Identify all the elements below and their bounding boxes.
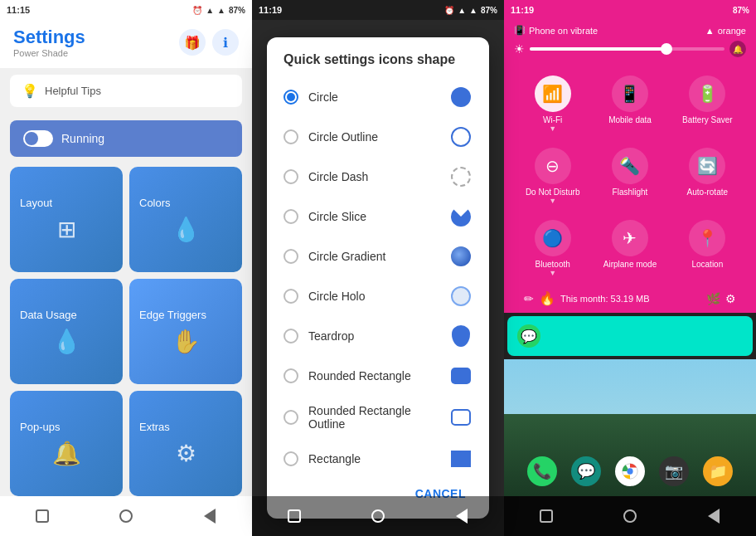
nav-back-button[interactable] bbox=[198, 504, 221, 528]
dock-files-icon[interactable]: 📁 bbox=[703, 456, 733, 486]
helpful-tips-label: Helpful Tips bbox=[45, 85, 101, 97]
qs-panel-body: 📳 Phone on vibrate ▲ orange ☀ 🔔 📶 Wi-Fi … bbox=[504, 20, 756, 313]
leaf-icon: 🌿 bbox=[706, 292, 720, 305]
dock-chrome-icon[interactable] bbox=[615, 456, 645, 486]
signal-bars-icon: ▲ bbox=[705, 26, 715, 36]
edge-triggers-icon: ✋ bbox=[172, 328, 201, 355]
colors-card[interactable]: Colors 💧 bbox=[129, 167, 242, 272]
qs-tile-mobile-data[interactable]: 📱 Mobile data bbox=[591, 67, 668, 139]
qs-tile-airplane[interactable]: ✈ Airplane mode bbox=[591, 212, 668, 284]
shape-preview-circle-slice bbox=[449, 205, 472, 228]
qs-tile-flashlight[interactable]: 🔦 Flashlight bbox=[591, 139, 668, 212]
popups-card[interactable]: Pop-ups 🔔 bbox=[10, 391, 123, 496]
nav-recents-button-qs[interactable] bbox=[535, 504, 558, 528]
nav-recents-button[interactable] bbox=[31, 504, 54, 528]
qs-tile-location[interactable]: 📍 Location bbox=[669, 212, 746, 284]
info-button[interactable]: ℹ bbox=[212, 29, 239, 56]
auto-rotate-tile-icon: 🔄 bbox=[689, 148, 725, 184]
dock-messages-icon[interactable]: 💬 bbox=[571, 456, 601, 486]
dialog-title: Quick settings icons shape bbox=[267, 37, 489, 77]
qs-tile-auto-rotate[interactable]: 🔄 Auto-rotate bbox=[669, 139, 746, 212]
flashlight-tile-label: Flashlight bbox=[613, 188, 648, 197]
nav-recents-icon-dialog bbox=[288, 509, 301, 523]
signal-icon-dialog: ▲ bbox=[469, 6, 477, 15]
shape-item-teardrop[interactable]: Teardrop bbox=[274, 316, 482, 356]
shape-label-circle-slice: Circle Slice bbox=[308, 210, 449, 223]
qs-brightness-bar[interactable] bbox=[530, 47, 724, 51]
status-bar-qs: 11:19 87% bbox=[504, 0, 756, 20]
shape-item-circle-slice[interactable]: Circle Slice bbox=[274, 197, 482, 236]
running-label: Running bbox=[61, 132, 104, 145]
qs-notification-icon[interactable]: 🔔 bbox=[729, 41, 746, 57]
nav-home-icon-qs bbox=[623, 509, 637, 523]
radio-rounded-rect[interactable] bbox=[284, 368, 298, 383]
running-toggle[interactable]: Running bbox=[10, 120, 242, 157]
extras-label: Extras bbox=[139, 421, 170, 433]
colors-label: Colors bbox=[139, 197, 171, 209]
nav-back-button-qs[interactable] bbox=[702, 504, 725, 528]
dialog-backdrop[interactable]: Quick settings icons shape Circle Circle… bbox=[252, 0, 504, 536]
dock-camera-icon[interactable]: 📷 bbox=[659, 456, 689, 486]
shape-item-circle-outline[interactable]: Circle Outline bbox=[274, 117, 482, 157]
shape-item-circle-gradient[interactable]: Circle Gradient bbox=[274, 236, 482, 276]
gift-button[interactable]: 🎁 bbox=[179, 29, 206, 56]
dnd-tile-label: Do Not Disturb bbox=[526, 188, 580, 197]
wifi-tile-sublabel: ▼ bbox=[549, 124, 556, 133]
bluetooth-tile-sublabel: ▼ bbox=[549, 269, 556, 277]
shape-item-rounded-rect[interactable]: Rounded Rectangle bbox=[274, 356, 482, 396]
radio-circle-gradient[interactable] bbox=[284, 249, 298, 264]
qs-tile-battery-saver[interactable]: 🔋 Battery Saver bbox=[669, 67, 746, 139]
radio-teardrop[interactable] bbox=[284, 329, 298, 344]
nav-home-button[interactable] bbox=[114, 504, 138, 528]
shape-item-rounded-rect-outline[interactable]: Rounded Rectangle Outline bbox=[274, 396, 482, 439]
gear-icon[interactable]: ⚙ bbox=[725, 292, 736, 305]
nav-home-icon bbox=[119, 509, 133, 523]
radio-rect[interactable] bbox=[284, 451, 298, 466]
radio-circle-dash[interactable] bbox=[284, 169, 298, 184]
status-icons-settings: ⏰ ▲ ▲ 87% bbox=[192, 6, 245, 15]
dock-phone-icon[interactable]: 📞 bbox=[527, 456, 557, 486]
qs-brightness-thumb bbox=[661, 43, 672, 55]
shape-preview-teardrop bbox=[449, 324, 472, 348]
nav-home-button-dialog[interactable] bbox=[366, 504, 390, 528]
shape-item-circle-holo[interactable]: Circle Holo bbox=[274, 276, 482, 316]
nav-recents-button-dialog[interactable] bbox=[283, 504, 306, 528]
popups-label: Pop-ups bbox=[20, 421, 60, 433]
brightness-icon: ☀ bbox=[514, 42, 525, 56]
edge-triggers-label: Edge Triggers bbox=[139, 309, 206, 321]
dialog-panel: 11:19 ⏰ ▲ ▲ 87% Quick settings icons sha… bbox=[252, 0, 504, 536]
shape-item-circle-dash[interactable]: Circle Dash bbox=[274, 157, 482, 197]
status-icons-qs: 87% bbox=[733, 6, 749, 15]
wifi-tile-label: Wi-Fi bbox=[543, 115, 562, 124]
qs-notification-whatsapp[interactable]: 💬 bbox=[507, 316, 753, 356]
extras-card[interactable]: Extras ⚙ bbox=[129, 391, 242, 496]
signal-icon: ▲ bbox=[217, 6, 225, 15]
edge-triggers-card[interactable]: Edge Triggers ✋ bbox=[129, 279, 242, 384]
status-icons-dialog: ⏰ ▲ ▲ 87% bbox=[444, 6, 497, 15]
qs-tile-bluetooth[interactable]: 🔵 Bluetooth ▼ bbox=[514, 212, 591, 284]
layout-card[interactable]: Layout ⊞ bbox=[10, 167, 123, 272]
dnd-tile-sublabel: ▼ bbox=[549, 197, 556, 205]
helpful-tips-row[interactable]: 💡 Helpful Tips bbox=[10, 75, 242, 107]
shape-item-circle[interactable]: Circle bbox=[274, 77, 482, 117]
radio-circle-outline[interactable] bbox=[284, 129, 298, 144]
radio-circle-slice[interactable] bbox=[284, 209, 298, 224]
status-time-dialog: 11:19 bbox=[259, 5, 282, 15]
qs-top-row: 📳 Phone on vibrate ▲ orange bbox=[514, 25, 746, 36]
shape-label-circle-holo: Circle Holo bbox=[308, 290, 449, 303]
qs-tile-wifi[interactable]: 📶 Wi-Fi ▼ bbox=[514, 67, 591, 139]
nav-back-button-dialog[interactable] bbox=[450, 504, 473, 528]
radio-rounded-rect-outline[interactable] bbox=[284, 410, 298, 425]
nav-home-button-qs[interactable] bbox=[618, 504, 642, 528]
qs-tile-dnd[interactable]: ⊖ Do Not Disturb ▼ bbox=[514, 139, 591, 212]
shape-item-rect[interactable]: Rectangle bbox=[274, 439, 482, 474]
shape-label-circle: Circle bbox=[308, 90, 449, 104]
bluetooth-tile-icon: 🔵 bbox=[535, 220, 571, 256]
fire-icon: 🔥 bbox=[539, 290, 555, 306]
data-usage-card[interactable]: Data Usage 💧 bbox=[10, 279, 123, 384]
shape-list: Circle Circle Outline Circle Dash bbox=[267, 77, 489, 474]
toggle-switch[interactable] bbox=[23, 130, 53, 147]
qs-wallpaper-sky bbox=[504, 359, 756, 414]
radio-circle-holo[interactable] bbox=[284, 289, 298, 304]
radio-circle[interactable] bbox=[284, 90, 298, 105]
